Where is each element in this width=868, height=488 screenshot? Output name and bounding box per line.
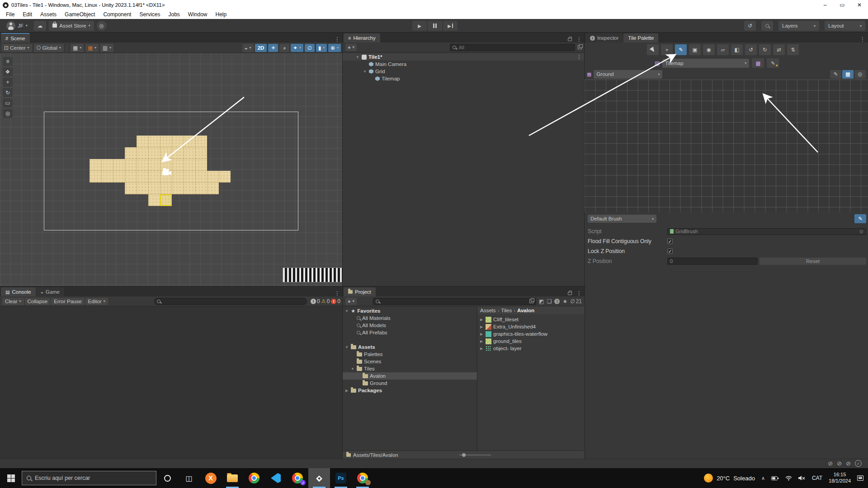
project-tree-all-materials[interactable]: All Materials (343, 314, 477, 322)
breadcrumb-tiles[interactable]: Tiles (501, 308, 512, 313)
menu-services[interactable]: Services (135, 10, 164, 19)
collab-disabled-icon[interactable]: ⊘ (846, 460, 851, 467)
grid-palette-button[interactable]: ▩ (752, 58, 764, 68)
active-tilemap-dropdown[interactable]: Tilemap▾ (662, 59, 749, 68)
flip-horizontal-tool[interactable]: ⇄ (773, 44, 785, 55)
layout-dropdown[interactable]: Layout▾ (825, 21, 865, 31)
favorites-star-icon[interactable]: ★ (562, 298, 567, 305)
menu-help[interactable]: Help (212, 10, 231, 19)
palette-dropdown[interactable]: Ground▾ (594, 70, 662, 79)
hierarchy-add-button[interactable]: +▾ (345, 44, 357, 51)
console-editor-dropdown[interactable]: Editor▾ (85, 298, 108, 305)
taskbar-search-field[interactable]: Escriu aquí per cercar (22, 471, 156, 485)
cloud-button[interactable]: ☁ (34, 21, 47, 31)
rect-tool[interactable]: ▭ (3, 99, 13, 108)
layers-dropdown[interactable]: Layers▾ (778, 21, 819, 31)
move-tool[interactable]: + (661, 44, 673, 55)
project-tree-favorites[interactable]: ▼★Favorites (343, 307, 477, 314)
project-menu-kebab-icon[interactable]: ⋮ (574, 290, 585, 296)
camera-view-dropdown[interactable]: ▮▾ (316, 44, 327, 52)
rotate-ccw-tool[interactable]: ↺ (745, 44, 757, 55)
pause-button[interactable] (428, 21, 442, 31)
shading-mode-dropdown[interactable]: ◒▾ (242, 44, 254, 52)
thumbnail-size-slider[interactable] (459, 455, 491, 455)
file-ground-tiles[interactable]: ▶ground_tiles (477, 338, 585, 345)
palette-grid[interactable] (585, 80, 868, 212)
warning-count-badge[interactable]: ⚠0 (321, 298, 330, 305)
project-tree-assets[interactable]: ▼Assets (343, 343, 477, 351)
project-add-button[interactable]: +▾ (345, 298, 357, 305)
menu-edit[interactable]: Edit (19, 10, 36, 19)
wifi-icon[interactable] (785, 475, 792, 481)
hierarchy-scene-row[interactable]: ▼ Tile1* ⋮ (343, 53, 585, 61)
rotate-tool[interactable]: ↻ (3, 88, 13, 97)
transform-tool[interactable]: ◎ (3, 109, 13, 118)
taskbar-app-photoshop[interactable]: Ps (330, 468, 352, 488)
tab-game[interactable]: ◒Game (36, 287, 64, 296)
console-clear-button[interactable]: Clear▾ (2, 298, 24, 305)
console-log-area[interactable] (0, 306, 343, 459)
hierarchy-lock-icon[interactable] (566, 36, 574, 42)
console-error-pause-button[interactable]: Error Pause (51, 298, 84, 305)
palette-grid-toggle-button[interactable]: ▦ (842, 70, 854, 79)
status-ok-icon[interactable]: ✓ (855, 460, 862, 467)
console-menu-kebab-icon[interactable]: ⋮ (332, 290, 343, 296)
clock[interactable]: 16:15 18/1/2024 (829, 472, 851, 484)
grid-snap-button[interactable]: ▦▾ (71, 44, 84, 52)
pick-new-brush-button[interactable]: ✎★ (767, 58, 779, 68)
taskbar-app-chrome-j[interactable]: J (287, 468, 308, 488)
palette-edit-button[interactable]: ✎ (830, 70, 841, 79)
move-tool[interactable]: + (3, 78, 13, 87)
hand-tool[interactable]: ❖ (3, 67, 13, 76)
volume-muted-icon[interactable] (798, 475, 806, 481)
paint-brush-tool[interactable]: ✎ (675, 44, 687, 55)
battery-icon[interactable] (771, 475, 779, 481)
scene-viewport[interactable]: ≡ ❖+↻▭◎ (0, 53, 343, 286)
project-tree-tiles[interactable]: ▼Tiles (343, 365, 477, 372)
notification-center-icon[interactable] (857, 475, 863, 481)
menu-file[interactable]: File (2, 10, 19, 19)
info-count-badge[interactable]: !0 (311, 298, 320, 305)
lock-z-checkbox[interactable]: ✓ (667, 249, 673, 254)
breadcrumb-assets[interactable]: Assets (480, 308, 496, 313)
cortana-button[interactable] (156, 468, 178, 488)
fill-tool[interactable]: ◧ (731, 44, 743, 55)
tool-handle-position-dropdown[interactable]: Center▾ (2, 44, 32, 52)
taskbar-app-vscode[interactable] (265, 468, 287, 488)
menu-gameobject[interactable]: GameObject (61, 10, 99, 19)
project-search-field[interactable] (373, 298, 537, 305)
taskbar-app-chrome[interactable] (243, 468, 265, 488)
visibility-toggle-button[interactable]: ∅ (305, 44, 315, 52)
taskbar-app-xampp[interactable]: X (200, 468, 222, 488)
hierarchy-search-field[interactable] (450, 44, 575, 51)
label-icon[interactable]: ❏ (547, 298, 552, 305)
hierarchy-item-grid[interactable]: ▼Grid (343, 68, 585, 75)
tray-expand-icon[interactable]: ∧ (761, 475, 765, 481)
inspector-menu-kebab-icon[interactable]: ⋮ (857, 36, 868, 42)
brush-settings-button[interactable]: ✎ (854, 214, 866, 223)
hierarchy-item-tilemap[interactable]: Tilemap (343, 75, 585, 82)
tab-project[interactable]: Project (344, 287, 376, 296)
error-count-badge[interactable]: !0 (331, 298, 340, 305)
weather-widget[interactable]: 20°C Soleado (704, 474, 755, 483)
undo-history-button[interactable]: ↺ (744, 21, 756, 31)
project-tree-scenes[interactable]: Scenes (343, 358, 477, 365)
hierarchy-menu-kebab-icon[interactable]: ⋮ (574, 36, 585, 42)
hierarchy-item-main-camera[interactable]: Main Camera (343, 61, 585, 68)
reset-button[interactable]: Reset (760, 258, 866, 265)
project-tree-palettes[interactable]: Palettes (343, 351, 477, 358)
tab-hierarchy[interactable]: ≡Hierarchy (344, 33, 380, 42)
tool-handle-rotation-dropdown[interactable]: Global▾ (34, 44, 64, 52)
overlay-menu-icon[interactable]: ≡ (3, 57, 13, 66)
camera-gizmo-icon[interactable] (160, 168, 172, 177)
select-tool[interactable] (647, 44, 659, 55)
alert-icon[interactable]: ! (554, 299, 560, 304)
project-lock-icon[interactable] (566, 290, 574, 296)
flip-vertical-tool[interactable]: ⇅ (787, 44, 799, 55)
menu-assets[interactable]: Assets (36, 10, 61, 19)
measure-button[interactable]: ▥▾ (100, 44, 113, 52)
file-object-layer[interactable]: ▶object- layer (477, 345, 585, 352)
taskbar-app-unity[interactable]: ◆◆ (308, 468, 330, 488)
console-collapse-button[interactable]: Collapse (25, 298, 51, 305)
play-button[interactable]: ▶ (412, 21, 427, 31)
